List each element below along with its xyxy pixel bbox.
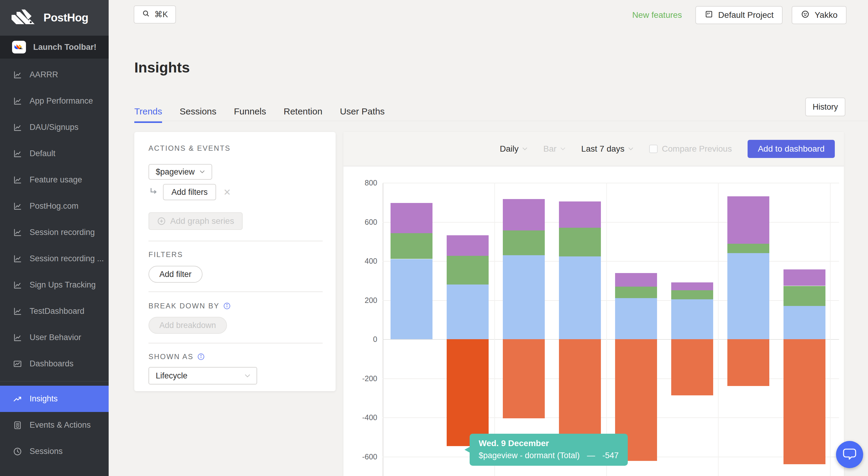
tab-retention[interactable]: Retention: [284, 106, 322, 123]
bar-segment-pageview-new[interactable]: [447, 285, 489, 339]
add-filter-button[interactable]: Add filter: [149, 266, 203, 283]
sidebar-nav: AARRRApp PerformanceDAU/SignupsDefaultFe…: [0, 59, 108, 465]
bar-segment-pageview-returning[interactable]: [447, 256, 489, 285]
bar-segment-pageview-dormant[interactable]: [727, 339, 769, 386]
bar-segment-pageview-new[interactable]: [671, 299, 713, 339]
dashboard-icon: [13, 359, 22, 369]
v-gridline: [494, 183, 495, 476]
add-to-dashboard-button[interactable]: Add to dashboard: [748, 140, 835, 158]
bar-segment-pageview-resurrecting[interactable]: [615, 273, 657, 287]
bar-segment-pageview-new[interactable]: [503, 255, 545, 339]
y-axis-tick: -600: [343, 452, 377, 462]
logo-row[interactable]: PostHog: [0, 0, 108, 36]
bar-segment-pageview-resurrecting[interactable]: [447, 235, 489, 256]
sidebar-item-insights[interactable]: Insights: [0, 386, 108, 412]
bar-segment-pageview-returning[interactable]: [727, 243, 769, 253]
sidebar-item-feature-usage[interactable]: Feature usage: [0, 167, 108, 193]
sidebar-item-testdashboard[interactable]: TestDashboard: [0, 298, 108, 324]
sidebar-item-dashboards[interactable]: Dashboards: [0, 351, 108, 377]
bar-segment-pageview-resurrecting[interactable]: [559, 202, 601, 228]
bar-segment-pageview-resurrecting[interactable]: [391, 203, 433, 233]
bar-segment-pageview-returning[interactable]: [503, 231, 545, 255]
chart-line-icon: [13, 70, 22, 80]
tooltip-separator: —: [587, 451, 595, 460]
new-features-link[interactable]: New features: [632, 10, 682, 20]
bar-segment-pageview-new[interactable]: [391, 259, 433, 339]
chart-line-icon: [13, 149, 22, 158]
chevron-down-icon: [628, 147, 633, 151]
interval-dropdown[interactable]: Daily: [500, 144, 528, 154]
bar-segment-pageview-returning[interactable]: [615, 287, 657, 298]
y-axis-line: [383, 183, 383, 476]
bar-segment-pageview-returning[interactable]: [671, 290, 713, 299]
chevron-down-icon: [560, 147, 566, 151]
tab-sessions[interactable]: Sessions: [180, 106, 216, 123]
y-axis-tick: 800: [343, 178, 377, 187]
tab-user-paths[interactable]: User Paths: [340, 106, 384, 123]
chart-card: Daily Bar Last 7 days Compare Previous A…: [343, 132, 844, 476]
info-icon[interactable]: [197, 353, 205, 361]
tab-funnels[interactable]: Funnels: [234, 106, 266, 123]
chat-widget-button[interactable]: [836, 441, 863, 468]
bar-segment-pageview-dormant[interactable]: [503, 339, 545, 418]
add-graph-series-button[interactable]: Add graph series: [149, 212, 243, 230]
bar-segment-pageview-dormant[interactable]: [447, 339, 489, 446]
sidebar-item-sign-ups-tracking[interactable]: Sign Ups Tracking: [0, 272, 108, 298]
history-button[interactable]: History: [805, 97, 845, 116]
compare-previous-checkbox[interactable]: [649, 145, 658, 153]
project-icon: [705, 10, 713, 21]
bar-segment-pageview-returning[interactable]: [391, 233, 433, 259]
page-title: Insights: [134, 59, 190, 76]
shown-as-label: SHOWN AS: [149, 353, 205, 361]
tabs-divider: [134, 121, 868, 121]
chart-header: Daily Bar Last 7 days Compare Previous A…: [343, 132, 844, 167]
search-button[interactable]: ⌘K: [134, 5, 176, 24]
posthog-app: PostHog Launch Toolbar! AARRRApp Perform…: [0, 0, 868, 476]
plus-circle-icon: [157, 216, 166, 226]
sidebar-item-user-behavior[interactable]: User Behavior: [0, 324, 108, 351]
search-icon: [142, 9, 151, 20]
filter-panel: ACTIONS & EVENTS $pageview Add filters ✕…: [134, 132, 336, 391]
sidebar-item-default[interactable]: Default: [0, 141, 108, 167]
bar-segment-pageview-new[interactable]: [615, 298, 657, 339]
chart-line-icon: [13, 280, 22, 290]
topbar-right: New features Default Project Yakko: [632, 6, 846, 24]
tab-trends[interactable]: Trends: [134, 106, 162, 123]
shown-as-select[interactable]: Lifecycle: [149, 367, 257, 385]
event-selector[interactable]: $pageview: [149, 164, 212, 180]
sidebar: PostHog Launch Toolbar! AARRRApp Perform…: [0, 0, 108, 476]
user-menu-button[interactable]: Yakko: [792, 6, 846, 24]
info-icon[interactable]: [223, 302, 231, 310]
project-switcher-button[interactable]: Default Project: [695, 6, 783, 24]
bar-segment-pageview-new[interactable]: [559, 256, 601, 339]
sidebar-item-aarrr[interactable]: AARRR: [0, 62, 108, 88]
bar-segment-pageview-dormant[interactable]: [671, 339, 713, 395]
sidebar-item-app-performance[interactable]: App Performance: [0, 88, 108, 114]
display-dropdown[interactable]: Bar: [543, 144, 566, 154]
chart-line-icon: [13, 228, 22, 237]
remove-series-icon[interactable]: ✕: [223, 187, 231, 198]
date-range-dropdown[interactable]: Last 7 days: [581, 144, 633, 154]
bar-segment-pageview-returning[interactable]: [783, 286, 826, 306]
sidebar-item-session-recording[interactable]: Session recording: [0, 219, 108, 245]
launch-toolbar-button[interactable]: Launch Toolbar!: [0, 36, 108, 59]
add-breakdown-button[interactable]: Add breakdown: [149, 317, 227, 334]
sidebar-item-events-actions[interactable]: Events & Actions: [0, 412, 108, 438]
posthog-logo-icon: [11, 9, 36, 27]
bar-segment-pageview-dormant[interactable]: [783, 339, 826, 464]
add-filters-button[interactable]: Add filters: [163, 184, 216, 200]
bar-segment-pageview-new[interactable]: [783, 306, 826, 339]
sidebar-item-sessions[interactable]: Sessions: [0, 438, 108, 465]
bar-segment-pageview-dormant[interactable]: [559, 339, 601, 449]
panel-divider: [149, 343, 322, 344]
bar-segment-pageview-resurrecting[interactable]: [671, 282, 713, 290]
bar-segment-pageview-resurrecting[interactable]: [783, 269, 826, 286]
bar-segment-pageview-resurrecting[interactable]: [503, 199, 545, 231]
bar-segment-pageview-new[interactable]: [727, 253, 769, 339]
sidebar-item-session-recording[interactable]: Session recording ...: [0, 245, 108, 272]
y-axis-tick: 0: [343, 334, 377, 344]
bar-segment-pageview-resurrecting[interactable]: [727, 196, 769, 244]
bar-segment-pageview-returning[interactable]: [559, 228, 601, 257]
sidebar-item-posthog-com[interactable]: PostHog.com: [0, 193, 108, 219]
sidebar-item-dau-signups[interactable]: DAU/Signups: [0, 114, 108, 141]
